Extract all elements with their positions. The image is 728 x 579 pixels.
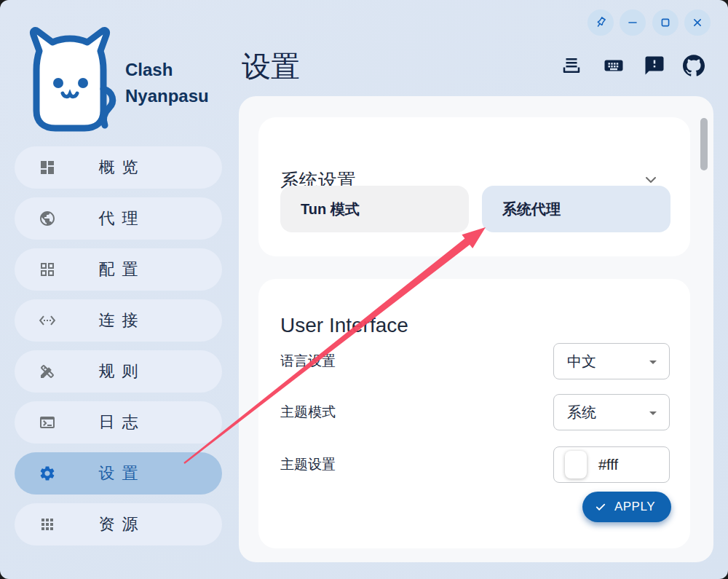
theme-mode-select[interactable]: 系统 xyxy=(553,394,670,430)
keyboard-icon[interactable] xyxy=(603,55,625,76)
sidebar-item-label: 日志 xyxy=(15,401,222,444)
theme-mode-label: 主题模式 xyxy=(280,403,336,422)
minimize-button[interactable] xyxy=(620,9,646,36)
sidebar-item-label: 配置 xyxy=(15,248,222,291)
dropdown-caret-icon xyxy=(644,353,662,371)
sidebar-item-rules[interactable]: 规则 xyxy=(15,350,222,393)
color-value: #fff xyxy=(598,457,618,473)
sidebar-item-settings[interactable]: 设置 xyxy=(15,452,222,495)
system-proxy-button[interactable]: 系统代理 xyxy=(482,186,670,232)
sidebar-item-label: 规则 xyxy=(15,350,222,393)
check-icon xyxy=(594,500,607,513)
page-title: 设置 xyxy=(242,47,300,87)
scrollbar-thumb[interactable] xyxy=(700,118,708,170)
close-icon xyxy=(690,15,705,30)
sidebar-item-label: 连接 xyxy=(15,299,222,342)
system-settings-card: 系统设置 Tun 模式 系统代理 xyxy=(258,117,690,256)
sidebar-item-overview[interactable]: 概览 xyxy=(15,146,222,189)
close-button[interactable] xyxy=(684,9,711,36)
pin-icon xyxy=(593,15,608,30)
theme-setting-label: 主题设置 xyxy=(280,455,336,474)
sidebar-item-profiles[interactable]: 配置 xyxy=(15,248,222,291)
feedback-icon[interactable] xyxy=(644,55,665,76)
apply-button-label: APPLY xyxy=(614,500,655,514)
sidebar-item-connections[interactable]: 连接 xyxy=(15,299,222,342)
sidebar-item-resources[interactable]: 资源 xyxy=(15,503,222,545)
theme-setting-row: 主题设置 #fff xyxy=(280,446,670,483)
maximize-icon xyxy=(658,15,673,30)
github-icon[interactable] xyxy=(683,55,705,76)
sidebar-item-logs[interactable]: 日志 xyxy=(15,401,222,444)
app-name-line2: Nyanpasu xyxy=(125,83,209,109)
app-name: Clash Nyanpasu xyxy=(125,57,209,109)
theme-mode-select-value: 系统 xyxy=(567,403,596,422)
language-select-value: 中文 xyxy=(567,352,596,371)
minimize-icon xyxy=(625,15,640,30)
sidebar: Clash Nyanpasu 概览 代理 配置 连接 规则 日志 xyxy=(0,0,233,579)
user-interface-card: User Interface 语言设置 中文 主题模式 系统 主题设置 xyxy=(258,279,690,548)
user-interface-title: User Interface xyxy=(280,314,408,337)
sidebar-item-label: 资源 xyxy=(15,503,222,545)
theme-color-input[interactable]: #fff xyxy=(553,446,670,483)
settings-panel: 系统设置 Tun 模式 系统代理 User Interface 语言设置 中文 … xyxy=(239,96,713,562)
sidebar-item-label: 设置 xyxy=(15,452,222,495)
app-logo-cat xyxy=(20,26,119,133)
apply-button[interactable]: APPLY xyxy=(582,492,671,522)
language-select[interactable]: 中文 xyxy=(553,343,670,379)
sidebar-item-proxies[interactable]: 代理 xyxy=(15,197,222,240)
app-window: Clash Nyanpasu 概览 代理 配置 连接 规则 日志 xyxy=(0,0,728,579)
theme-mode-row: 主题模式 系统 xyxy=(280,394,670,430)
language-setting-label: 语言设置 xyxy=(280,352,336,371)
sidebar-item-label: 代理 xyxy=(15,197,222,240)
language-setting-row: 语言设置 中文 xyxy=(280,343,670,379)
maximize-button[interactable] xyxy=(652,9,678,36)
printer-icon[interactable] xyxy=(561,55,582,76)
pin-button[interactable] xyxy=(587,9,614,36)
color-swatch[interactable] xyxy=(565,451,587,478)
sidebar-item-label: 概览 xyxy=(15,146,222,189)
app-name-line1: Clash xyxy=(125,57,209,83)
tun-mode-button[interactable]: Tun 模式 xyxy=(280,186,469,232)
dropdown-caret-icon xyxy=(644,404,662,422)
